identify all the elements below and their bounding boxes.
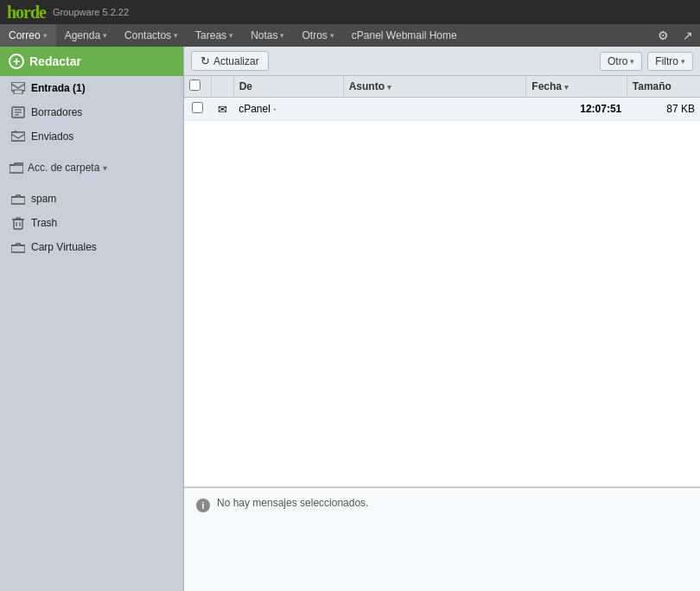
drafts-icon [10, 105, 26, 119]
nav-correo-arrow: ▾ [43, 31, 48, 40]
sidebar-item-borradores[interactable]: Borradores [0, 100, 183, 124]
email-icon: ✉ [218, 103, 227, 116]
sidebar-divider-1 [0, 149, 183, 156]
sidebar-divider-2 [0, 180, 183, 187]
sidebar-item-enviados[interactable]: Enviados [0, 124, 183, 149]
svg-rect-6 [11, 132, 25, 141]
row-size: 87 KB [627, 98, 700, 121]
filter-arrow: ▾ [681, 57, 685, 66]
nav-contactos-arrow: ▾ [174, 31, 178, 40]
nav-contactos-label: Contactos [124, 29, 171, 41]
sidebar-borradores-label: Borradores [31, 106, 82, 118]
nav-contactos[interactable]: Contactos ▾ [116, 24, 187, 47]
compose-button[interactable]: + Redactar [0, 47, 183, 76]
table-row[interactable]: ✉ cPanel · 12:07:51 87 KB [184, 98, 700, 121]
fecha-sort-arrow: ▾ [564, 83, 569, 92]
col-header-asunto[interactable]: Asunto ▾ [343, 76, 526, 98]
row-sender: cPanel · [233, 98, 343, 121]
spam-folder-icon [10, 192, 26, 206]
svg-rect-1 [14, 90, 22, 94]
nav-agenda-arrow: ▾ [103, 31, 107, 40]
compose-icon: + [9, 54, 24, 69]
sidebar-entrada-label: Entrada (1) [31, 82, 86, 94]
nav-correo-label: Correo [9, 29, 41, 41]
info-icon: i [196, 499, 210, 512]
sidebar-folder-action[interactable]: Acc. de carpeta ▾ [0, 156, 183, 180]
toolbar: ↻ Actualizar Otro ▾ Filtro ▾ [184, 47, 700, 76]
row-checkbox[interactable] [192, 102, 203, 113]
trash-folder-icon [10, 216, 26, 230]
compose-label: Redactar [29, 54, 81, 68]
sidebar: + Redactar Entrada (1) Borradores Enviad… [0, 47, 184, 591]
sidebar-enviados-label: Enviados [31, 130, 73, 143]
nav-otros-arrow: ▾ [330, 31, 334, 40]
external-link-icon: ↗ [683, 29, 693, 42]
other-label: Otro [608, 55, 627, 67]
external-link-button[interactable]: ↗ [676, 24, 700, 47]
col-header-tamano[interactable]: Tamaño [627, 76, 700, 98]
row-subject [343, 98, 526, 121]
nav-tareas-arrow: ▾ [229, 31, 233, 40]
sent-icon [10, 130, 26, 143]
email-table: De Asunto ▾ Fecha ▾ Tamaño [184, 76, 700, 121]
navbar: Correo ▾ Agenda ▾ Contactos ▾ Tareas ▾ N… [0, 24, 700, 47]
sidebar-trash-label: Trash [31, 217, 57, 229]
refresh-label: Actualizar [213, 55, 259, 67]
filter-dropdown[interactable]: Filtro ▾ [647, 52, 693, 71]
folder-icon [9, 161, 24, 175]
virtual-folder-icon [10, 240, 26, 254]
refresh-button[interactable]: ↻ Actualizar [191, 51, 269, 71]
sidebar-spam-label: spam [31, 193, 56, 205]
logo: horde [7, 3, 46, 22]
main-layout: + Redactar Entrada (1) Borradores Enviad… [0, 47, 700, 591]
email-list: De Asunto ▾ Fecha ▾ Tamaño [184, 76, 700, 487]
col-header-checkbox [184, 76, 212, 98]
other-dropdown[interactable]: Otro ▾ [600, 52, 642, 71]
sidebar-carp-virtuales-label: Carp Virtuales [31, 241, 97, 253]
version-label: Groupware 5.2.22 [53, 7, 129, 17]
refresh-icon: ↻ [200, 54, 210, 67]
content-area: ↻ Actualizar Otro ▾ Filtro ▾ [184, 47, 700, 591]
settings-button[interactable]: ⚙ [651, 24, 676, 47]
other-arrow: ▾ [630, 57, 634, 66]
col-header-de[interactable]: De [233, 76, 343, 98]
preview-pane: i No hay mensajes seleccionados. [184, 487, 700, 591]
select-all-checkbox[interactable] [189, 79, 200, 91]
nav-tareas-label: Tareas [195, 29, 226, 41]
email-tbody: ✉ cPanel · 12:07:51 87 KB [184, 98, 700, 121]
nav-cpanel[interactable]: cPanel Webmail Home [343, 24, 466, 47]
inbox-icon [10, 81, 26, 95]
nav-notas[interactable]: Notas ▾ [242, 24, 293, 47]
nav-agenda-label: Agenda [65, 29, 100, 41]
sidebar-item-trash[interactable]: Trash [0, 211, 183, 235]
settings-icon: ⚙ [658, 29, 669, 42]
col-header-fecha[interactable]: Fecha ▾ [526, 76, 627, 98]
nav-agenda[interactable]: Agenda ▾ [56, 24, 116, 47]
nav-notas-arrow: ▾ [280, 31, 284, 40]
col-header-flag [212, 76, 233, 98]
filter-label: Filtro [655, 55, 678, 67]
sidebar-folder-action-label: Acc. de carpeta [28, 162, 99, 174]
topbar: horde Groupware 5.2.22 [0, 0, 700, 24]
asunto-sort-arrow: ▾ [387, 83, 391, 92]
nav-notas-label: Notas [251, 29, 277, 41]
nav-tareas[interactable]: Tareas ▾ [187, 24, 242, 47]
preview-message: No hay mensajes seleccionados. [217, 497, 368, 509]
nav-correo[interactable]: Correo ▾ [0, 24, 56, 47]
row-date: 12:07:51 [526, 98, 627, 121]
row-flag-cell: ✉ [212, 98, 233, 121]
sidebar-item-entrada[interactable]: Entrada (1) [0, 76, 183, 100]
nav-otros[interactable]: Otros ▾ [293, 24, 342, 47]
nav-otros-label: Otros [302, 29, 327, 41]
sidebar-item-spam[interactable]: spam [0, 187, 183, 211]
toolbar-right: Otro ▾ Filtro ▾ [600, 52, 693, 71]
sidebar-item-carp-virtuales[interactable]: Carp Virtuales [0, 235, 183, 259]
nav-cpanel-label: cPanel Webmail Home [352, 29, 457, 41]
row-checkbox-cell[interactable] [184, 98, 212, 121]
svg-rect-8 [14, 219, 22, 229]
folder-action-arrow: ▾ [103, 163, 107, 173]
